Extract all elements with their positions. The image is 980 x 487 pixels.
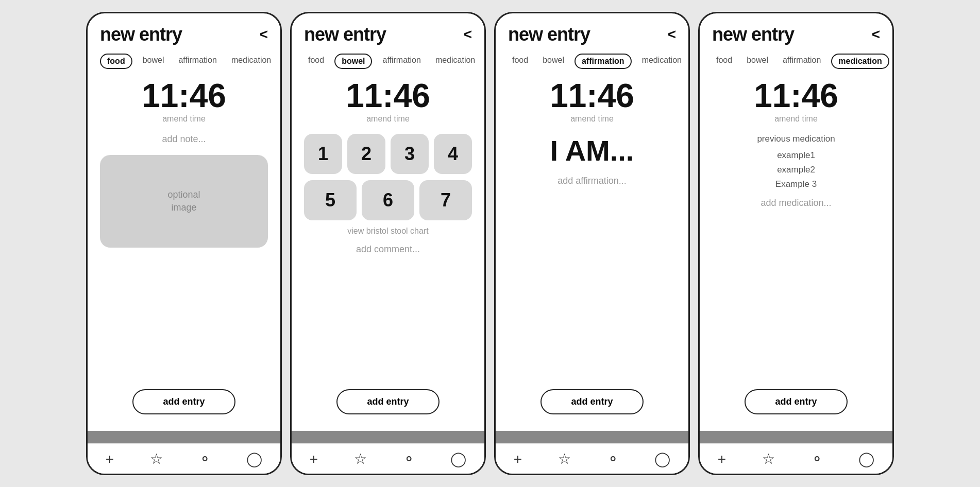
bowel-btn-5[interactable]: 5: [304, 180, 357, 220]
amend-time-affirmation[interactable]: amend time: [508, 114, 676, 124]
image-placeholder-text: optionalimage: [167, 188, 200, 214]
tabs-medication: food bowel affirmation medication: [712, 54, 880, 69]
nav-bulb-medication[interactable]: ⚬: [811, 450, 823, 467]
nav-bar-medication: + ☆ ⚬ ◯: [700, 443, 892, 474]
bowel-btn-6[interactable]: 6: [362, 180, 414, 220]
add-comment[interactable]: add comment...: [304, 244, 472, 255]
add-medication[interactable]: add medication...: [712, 198, 880, 208]
add-note-food[interactable]: add note...: [100, 134, 268, 145]
bowel-btn-3[interactable]: 3: [391, 134, 429, 174]
header-affirmation: new entry <: [508, 24, 676, 45]
tab-bowel-bowel[interactable]: bowel: [334, 54, 372, 69]
tab-affirmation-food[interactable]: food: [508, 54, 532, 69]
bowel-btn-4[interactable]: 4: [434, 134, 472, 174]
header-medication: new entry <: [712, 24, 880, 45]
phone-frame-affirmation: new entry < food bowel affirmation medic…: [494, 12, 690, 475]
tab-medication-food[interactable]: food: [712, 54, 736, 69]
bottom-bar-gray-bowel: [292, 431, 484, 443]
add-entry-button-medication[interactable]: add entry: [745, 389, 848, 414]
tab-medication-bowel[interactable]: bowel: [742, 54, 772, 69]
nav-star-medication[interactable]: ☆: [762, 450, 775, 467]
tabs-affirmation: food bowel affirmation medication: [508, 54, 676, 69]
nav-star-food[interactable]: ☆: [150, 450, 163, 467]
med-list: example1 example2 Example 3: [712, 150, 880, 189]
add-entry-button-food[interactable]: add entry: [132, 389, 235, 414]
nav-profile-bowel[interactable]: ◯: [450, 450, 466, 467]
tab-affirmation-medication[interactable]: medication: [638, 54, 686, 69]
time-section-food: 11:46 amend time: [100, 79, 268, 124]
add-affirmation[interactable]: add affirmation...: [508, 176, 676, 186]
iam-text: I AM...: [508, 134, 676, 167]
nav-bulb-food[interactable]: ⚬: [199, 450, 211, 467]
bottom-bar-gray-affirmation: [496, 431, 688, 443]
tab-bowel-affirmation[interactable]: affirmation: [378, 54, 425, 69]
add-entry-button-bowel[interactable]: add entry: [336, 389, 440, 414]
bowel-btn-2[interactable]: 2: [347, 134, 385, 174]
tabs-food: food bowel affirmation medication: [100, 54, 268, 69]
nav-bulb-bowel[interactable]: ⚬: [403, 450, 415, 467]
phone-frame-food: new entry < food bowel affirmation medic…: [86, 12, 282, 475]
back-button-medication[interactable]: <: [872, 27, 880, 42]
tabs-bowel: food bowel affirmation medication: [304, 54, 472, 69]
header-bowel: new entry <: [304, 24, 472, 45]
title-bowel: new entry: [304, 24, 386, 45]
bowel-btn-1[interactable]: 1: [304, 134, 342, 174]
amend-time-bowel[interactable]: amend time: [304, 114, 472, 124]
prev-medication-label: previous medication: [712, 134, 880, 144]
image-placeholder-food[interactable]: optionalimage: [100, 155, 268, 248]
back-button-affirmation[interactable]: <: [668, 27, 676, 42]
time-display-bowel: 11:46: [304, 79, 472, 112]
time-display-medication: 11:46: [712, 79, 880, 112]
time-display-food: 11:46: [100, 79, 268, 112]
nav-profile-food[interactable]: ◯: [246, 450, 262, 467]
nav-profile-affirmation[interactable]: ◯: [654, 450, 670, 467]
amend-time-medication[interactable]: amend time: [712, 114, 880, 124]
med-item-2[interactable]: Example 3: [775, 179, 817, 189]
time-section-affirmation: 11:46 amend time: [508, 79, 676, 124]
tab-medication-affirmation[interactable]: affirmation: [779, 54, 825, 69]
time-section-bowel: 11:46 amend time: [304, 79, 472, 124]
nav-bulb-affirmation[interactable]: ⚬: [607, 450, 619, 467]
screens-container: new entry < food bowel affirmation medic…: [86, 12, 894, 475]
tab-medication-medication[interactable]: medication: [831, 54, 889, 69]
bristol-link[interactable]: view bristol stool chart: [304, 227, 472, 236]
phone-frame-bowel: new entry < food bowel affirmation medic…: [290, 12, 486, 475]
nav-plus-medication[interactable]: +: [718, 451, 726, 467]
time-section-medication: 11:46 amend time: [712, 79, 880, 124]
med-item-1[interactable]: example2: [777, 165, 815, 175]
nav-plus-affirmation[interactable]: +: [514, 451, 522, 467]
add-entry-button-affirmation[interactable]: add entry: [540, 389, 644, 414]
tab-food-affirmation[interactable]: affirmation: [174, 54, 221, 69]
header-food: new entry <: [100, 24, 268, 45]
tab-bowel-food[interactable]: food: [304, 54, 328, 69]
nav-star-affirmation[interactable]: ☆: [558, 450, 571, 467]
nav-plus-bowel[interactable]: +: [310, 451, 318, 467]
tab-food-bowel[interactable]: bowel: [139, 54, 168, 69]
bowel-grid-row1: 1 2 3 4: [304, 134, 472, 174]
med-item-0[interactable]: example1: [777, 150, 815, 161]
tab-food-food[interactable]: food: [100, 54, 132, 69]
nav-star-bowel[interactable]: ☆: [354, 450, 367, 467]
title-medication: new entry: [712, 24, 794, 45]
title-affirmation: new entry: [508, 24, 590, 45]
tab-affirmation-affirmation[interactable]: affirmation: [575, 54, 632, 69]
title-food: new entry: [100, 24, 182, 45]
nav-bar-food: + ☆ ⚬ ◯: [88, 443, 280, 474]
bowel-btn-7[interactable]: 7: [419, 180, 472, 220]
amend-time-food[interactable]: amend time: [100, 114, 268, 124]
nav-plus-food[interactable]: +: [106, 451, 114, 467]
tab-affirmation-bowel[interactable]: bowel: [538, 54, 568, 69]
back-button-food[interactable]: <: [260, 27, 268, 42]
bowel-grid-row2: 5 6 7: [304, 180, 472, 220]
nav-bar-bowel: + ☆ ⚬ ◯: [292, 443, 484, 474]
tab-food-medication[interactable]: medication: [227, 54, 275, 69]
tab-bowel-medication[interactable]: medication: [431, 54, 479, 69]
phone-frame-medication: new entry < food bowel affirmation medic…: [698, 12, 894, 475]
bottom-bar-gray-medication: [700, 431, 892, 443]
back-button-bowel[interactable]: <: [464, 27, 472, 42]
time-display-affirmation: 11:46: [508, 79, 676, 112]
nav-profile-medication[interactable]: ◯: [858, 450, 874, 467]
bottom-bar-gray-food: [88, 431, 280, 443]
nav-bar-affirmation: + ☆ ⚬ ◯: [496, 443, 688, 474]
